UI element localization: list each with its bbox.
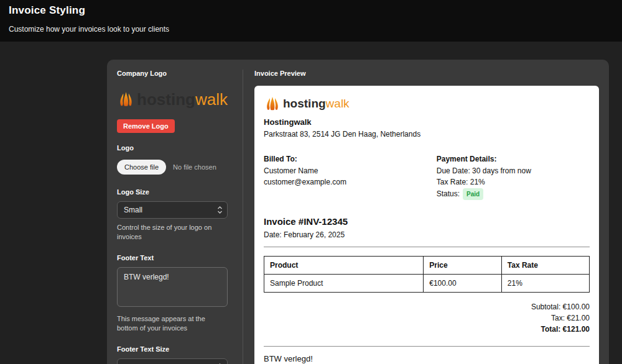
table-header-row: Product Price Tax Rate (264, 257, 590, 275)
tax-rate: Tax Rate: 21% (437, 176, 590, 188)
column-header-price: Price (424, 257, 502, 275)
flame-logo-icon (117, 87, 135, 112)
invoice-number: Invoice #INV-12345 (264, 216, 590, 227)
page-header: Invoice Styling Customize how your invoi… (0, 0, 622, 42)
page-title: Invoice Styling (9, 4, 613, 17)
billing-section: Billed To: Customer Name customer@exampl… (264, 153, 590, 200)
footer-size-select[interactable]: Large (117, 358, 228, 364)
brand-wordmark: hostingwalk (283, 97, 350, 111)
footer-size-select-wrap: Large (117, 358, 228, 364)
payment-details-block: Payment Details: Due Date: 30 days from … (437, 153, 590, 200)
invoice-logo: hostingwalk (264, 95, 590, 112)
flame-logo-icon (264, 95, 281, 112)
invoice-preview-column: Invoice Preview hostingwalk Hostingwalk … (243, 70, 599, 364)
choose-file-button[interactable]: Choose file (117, 160, 166, 175)
status-label: Status: (437, 188, 460, 200)
billed-to-block: Billed To: Customer Name customer@exampl… (264, 153, 437, 200)
invoice-preview-label: Invoice Preview (254, 70, 599, 77)
brand-wordmark: hostingwalk (137, 90, 228, 109)
footer-size-label: Footer Text Size (117, 345, 228, 353)
company-logo-label: Company Logo (117, 70, 228, 77)
subtotal-line: Subtotal: €100.00 (264, 301, 590, 312)
footer-text-input[interactable]: BTW verlegd! (117, 267, 228, 307)
footer-text-help: This message appears at the bottom of yo… (117, 314, 228, 334)
logo-field-label: Logo (117, 144, 228, 152)
brand-first-part: hosting (137, 90, 195, 109)
remove-logo-button[interactable]: Remove Logo (117, 119, 175, 133)
page-subtitle: Customize how your invoices look to your… (9, 25, 613, 34)
invoice-preview-card: hostingwalk Hostingwalk Parkstraat 83, 2… (254, 86, 599, 364)
company-logo-image: hostingwalk (117, 87, 228, 112)
status-line: Status: Paid (437, 188, 590, 201)
invoice-date: Date: February 26, 2025 (264, 230, 590, 239)
billed-to-label: Billed To: (264, 153, 437, 165)
divider-line (264, 247, 590, 247)
table-row: Sample Product €100.00 21% (264, 275, 590, 293)
cell-price: €100.00 (424, 275, 502, 293)
brand-second-part: walk (195, 90, 228, 109)
invoice-styling-card: Company Logo hostingwalk Remove Logo Log… (107, 60, 609, 364)
customer-email: customer@example.com (264, 176, 437, 188)
logo-size-help: Control the size of your logo on invoice… (117, 223, 228, 242)
tax-line: Tax: €21.00 (264, 312, 590, 324)
company-address: Parkstraat 83, 2514 JG Den Haag, Netherl… (264, 130, 590, 139)
column-header-product: Product (264, 257, 424, 275)
brand-second-part: walk (326, 97, 350, 110)
status-badge: Paid (463, 188, 483, 201)
payment-details-label: Payment Details: (437, 153, 590, 165)
invoice-items-table: Product Price Tax Rate Sample Product €1… (264, 256, 590, 293)
due-date: Due Date: 30 days from now (437, 165, 590, 177)
logo-size-select-wrap: Small (117, 201, 228, 219)
brand-first-part: hosting (283, 97, 326, 110)
invoice-footer-text: BTW verlegd! (264, 354, 590, 363)
cell-tax-rate: 21% (501, 275, 589, 293)
company-name: Hostingwalk (264, 117, 590, 127)
total-line: Total: €121.00 (264, 324, 590, 335)
logo-size-select[interactable]: Small (117, 201, 228, 219)
totals-block: Subtotal: €100.00 Tax: €21.00 Total: €12… (264, 301, 590, 335)
logo-settings-column: Company Logo hostingwalk Remove Logo Log… (117, 70, 243, 364)
customer-name: Customer Name (264, 165, 437, 177)
logo-size-label: Logo Size (117, 188, 228, 196)
file-status-text: No file chosen (173, 163, 216, 171)
footer-text-label: Footer Text (117, 254, 228, 262)
cell-product: Sample Product (264, 275, 424, 293)
column-header-tax-rate: Tax Rate (501, 257, 589, 275)
logo-file-input: Choose file No file chosen (117, 160, 228, 175)
divider-line (264, 346, 590, 347)
